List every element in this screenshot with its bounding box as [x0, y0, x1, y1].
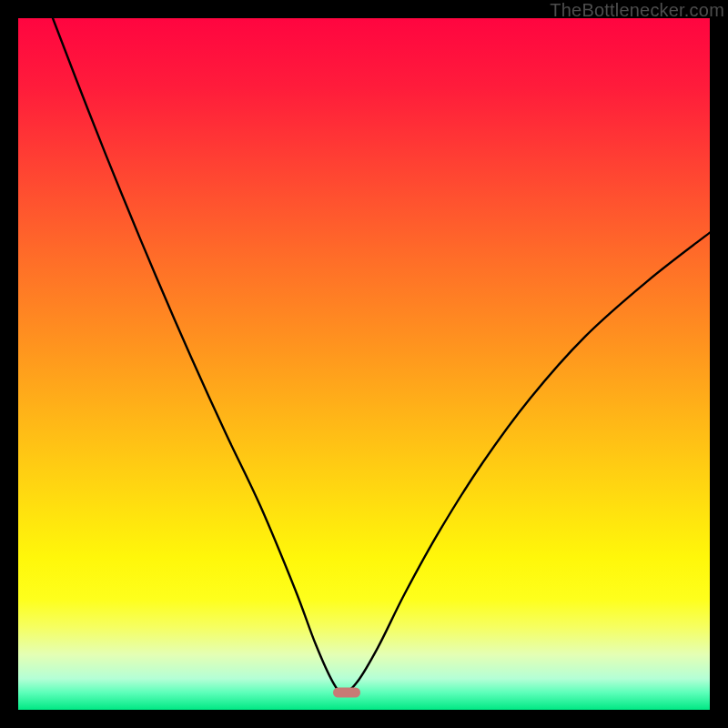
optimal-marker	[333, 688, 360, 698]
plot-area	[18, 18, 710, 710]
bottleneck-curve	[18, 18, 710, 710]
watermark-text: TheBottlenecker.com	[550, 0, 724, 21]
chart-frame: TheBottlenecker.com	[0, 0, 728, 728]
